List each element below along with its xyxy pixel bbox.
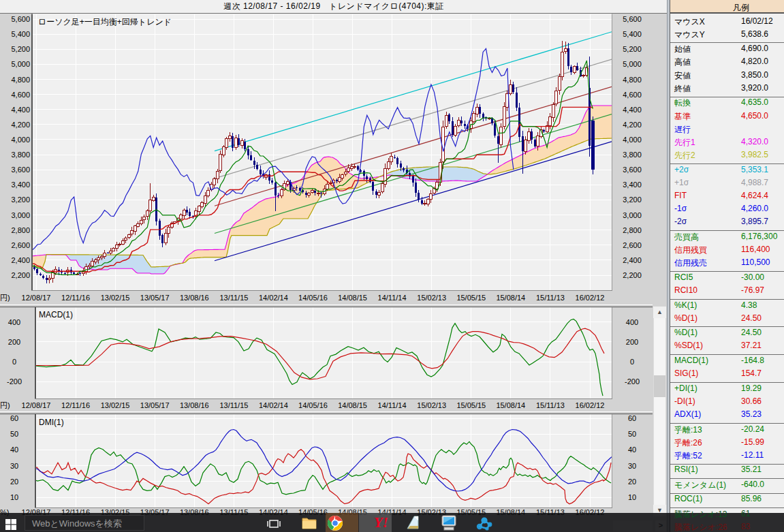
svg-text:14/11/14: 14/11/14: [378, 401, 407, 409]
svg-text:5,000: 5,000: [623, 60, 642, 68]
svg-text:4,200: 4,200: [623, 121, 642, 129]
svg-text:10: 10: [628, 493, 636, 501]
svg-text:15/11/13: 15/11/13: [536, 508, 565, 516]
svg-text:400: 400: [626, 318, 638, 326]
svg-text:2,200: 2,200: [623, 271, 642, 279]
svg-text:4,000: 4,000: [623, 136, 642, 144]
svg-text:2,600: 2,600: [11, 241, 30, 249]
svg-text:5,600: 5,600: [623, 15, 642, 23]
svg-text:5,000: 5,000: [11, 60, 30, 68]
svg-text:10: 10: [10, 493, 18, 501]
svg-text:2,200: 2,200: [11, 271, 30, 279]
svg-text:14/02/14: 14/02/14: [259, 401, 288, 409]
svg-text:15/11/13: 15/11/13: [536, 294, 565, 302]
svg-text:-200: -200: [7, 377, 22, 386]
svg-text:%): %): [0, 508, 9, 516]
svg-text:20: 20: [628, 478, 636, 486]
svg-text:14/11/14: 14/11/14: [378, 508, 407, 516]
svg-text:13/11/15: 13/11/15: [219, 294, 248, 302]
svg-text:3,200: 3,200: [11, 195, 30, 204]
svg-text:15/05/15: 15/05/15: [456, 294, 486, 302]
svg-text:5,200: 5,200: [11, 45, 30, 53]
svg-text:30: 30: [628, 462, 636, 470]
svg-text:2,400: 2,400: [11, 256, 30, 264]
svg-text:14/11/14: 14/11/14: [378, 294, 407, 302]
svg-text:13/11/15: 13/11/15: [219, 401, 248, 409]
svg-text:30: 30: [10, 462, 18, 470]
svg-text:15/02/13: 15/02/13: [417, 294, 446, 302]
svg-text:0: 0: [12, 358, 16, 366]
svg-text:13/05/17: 13/05/17: [140, 401, 170, 409]
svg-text:13/02/15: 13/02/15: [101, 401, 130, 409]
svg-text:20: 20: [10, 478, 18, 486]
svg-text:4,000: 4,000: [11, 136, 30, 144]
svg-text:14/08/15: 14/08/15: [338, 508, 367, 516]
svg-text:5,400: 5,400: [11, 30, 30, 38]
svg-text:5,600: 5,600: [11, 15, 30, 23]
svg-text:12/08/17: 12/08/17: [22, 294, 51, 302]
svg-text:40: 40: [10, 445, 18, 454]
svg-text:3,600: 3,600: [11, 166, 30, 174]
svg-text:200: 200: [8, 338, 20, 346]
svg-text:15/05/15: 15/05/15: [456, 508, 486, 516]
svg-text:12/11/16: 12/11/16: [61, 508, 90, 516]
svg-text:4,600: 4,600: [11, 91, 30, 99]
svg-text:4,600: 4,600: [623, 91, 642, 99]
svg-text:5,200: 5,200: [623, 45, 642, 53]
svg-text:15/02/13: 15/02/13: [417, 508, 446, 516]
svg-text:200: 200: [626, 338, 638, 346]
svg-text:3,800: 3,800: [11, 151, 30, 159]
svg-text:MACD(1): MACD(1): [39, 310, 73, 319]
svg-text:5,400: 5,400: [623, 30, 642, 38]
svg-text:15/11/13: 15/11/13: [536, 401, 565, 409]
svg-text:円): 円): [0, 401, 10, 409]
svg-text:13/08/16: 13/08/16: [180, 401, 209, 409]
svg-text:3,000: 3,000: [11, 211, 30, 219]
svg-text:13/02/15: 13/02/15: [101, 508, 130, 516]
svg-text:15/05/15: 15/05/15: [456, 401, 486, 409]
svg-text:3,400: 3,400: [623, 181, 642, 189]
svg-text:14/02/14: 14/02/14: [259, 294, 288, 302]
svg-text:14/08/15: 14/08/15: [338, 294, 367, 302]
svg-text:16/02/12: 16/02/12: [576, 294, 605, 302]
svg-text:50: 50: [10, 430, 18, 438]
svg-text:12/08/17: 12/08/17: [22, 401, 51, 409]
svg-text:15/08/14: 15/08/14: [496, 401, 525, 409]
svg-text:4,800: 4,800: [11, 76, 30, 84]
svg-text:12/11/16: 12/11/16: [61, 294, 90, 302]
svg-text:4,800: 4,800: [623, 76, 642, 84]
svg-text:12/11/16: 12/11/16: [61, 401, 90, 409]
svg-text:13/05/17: 13/05/17: [140, 294, 170, 302]
svg-text:15/08/14: 15/08/14: [496, 508, 525, 516]
svg-text:3,200: 3,200: [623, 195, 642, 204]
svg-text:13/05/17: 13/05/17: [140, 508, 170, 516]
svg-text:-200: -200: [625, 377, 640, 386]
svg-text:3,000: 3,000: [623, 211, 642, 219]
svg-text:DMI(1): DMI(1): [39, 418, 64, 427]
svg-text:4,200: 4,200: [11, 121, 30, 129]
svg-text:60: 60: [628, 414, 636, 422]
svg-text:4,400: 4,400: [623, 106, 642, 114]
svg-text:14/05/16: 14/05/16: [298, 508, 328, 516]
svg-text:2,400: 2,400: [623, 256, 642, 264]
svg-text:400: 400: [8, 318, 20, 326]
svg-text:3,400: 3,400: [11, 181, 30, 189]
svg-text:2,800: 2,800: [11, 226, 30, 234]
svg-text:60: 60: [10, 414, 18, 422]
svg-text:50: 50: [628, 430, 636, 438]
svg-text:16/02/12: 16/02/12: [576, 401, 605, 409]
svg-text:13/11/15: 13/11/15: [219, 508, 248, 516]
svg-text:円): 円): [0, 294, 10, 302]
svg-text:14/08/15: 14/08/15: [338, 401, 367, 409]
svg-text:14/05/16: 14/05/16: [298, 401, 328, 409]
svg-text:15/08/14: 15/08/14: [496, 294, 525, 302]
svg-text:3,600: 3,600: [623, 166, 642, 174]
svg-text:15/02/13: 15/02/13: [417, 401, 446, 409]
svg-text:0: 0: [630, 358, 634, 366]
svg-text:3,800: 3,800: [623, 151, 642, 159]
svg-text:14/02/14: 14/02/14: [259, 508, 288, 516]
svg-text:14/05/16: 14/05/16: [298, 294, 328, 302]
svg-text:2,600: 2,600: [623, 241, 642, 249]
svg-text:ローソク足+一目均衡+回帰トレンド: ローソク足+一目均衡+回帰トレンド: [38, 17, 172, 27]
svg-text:12/08/17: 12/08/17: [22, 508, 51, 516]
